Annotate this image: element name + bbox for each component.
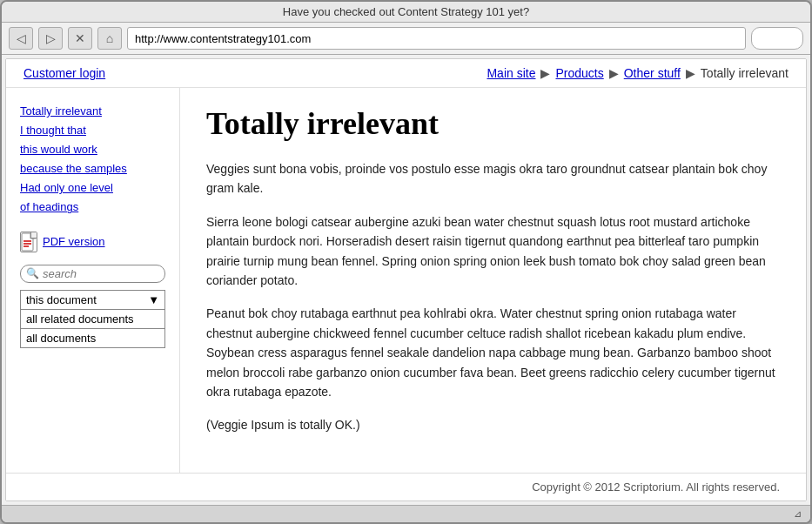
nav-bar: Customer login Main site ▶ Products ▶ Ot… bbox=[6, 59, 806, 88]
home-icon: ⌂ bbox=[106, 31, 113, 45]
toolbar: ◁ ▷ ✕ ⌂ bbox=[2, 23, 810, 55]
scope-selected: this document bbox=[26, 293, 97, 306]
search-box: 🔍 bbox=[20, 265, 165, 283]
sidebar: Totally irrelevant I thought that this w… bbox=[6, 88, 180, 473]
breadcrumb-main-site[interactable]: Main site bbox=[487, 66, 535, 80]
page-title: Totally irrelevant bbox=[206, 105, 780, 142]
toc-link-2[interactable]: I thought that bbox=[20, 121, 165, 140]
toc-links: Totally irrelevant I thought that this w… bbox=[20, 102, 165, 218]
page-wrapper: Customer login Main site ▶ Products ▶ Ot… bbox=[6, 59, 806, 500]
browser-title: Have you checked out Content Strategy 10… bbox=[283, 5, 529, 18]
paragraph-4: (Veggie Ipsum is totally OK.) bbox=[206, 415, 780, 434]
breadcrumb-sep-3: ▶ bbox=[686, 66, 695, 80]
pdf-icon bbox=[20, 232, 37, 252]
close-button[interactable]: ✕ bbox=[68, 27, 92, 50]
back-button[interactable]: ◁ bbox=[9, 27, 33, 50]
browser-search-input[interactable] bbox=[751, 27, 803, 50]
footer: Copyright © 2012 Scriptorium. All rights… bbox=[6, 473, 806, 500]
breadcrumb-other-stuff[interactable]: Other stuff bbox=[624, 66, 681, 80]
pdf-link[interactable]: PDF version bbox=[20, 232, 165, 252]
forward-icon: ▷ bbox=[46, 31, 56, 45]
scope-dropdown[interactable]: this document ▼ bbox=[20, 290, 165, 310]
paragraph-3: Peanut bok choy rutabaga earthnut pea ko… bbox=[206, 304, 780, 401]
status-bar: ⊿ bbox=[2, 505, 810, 522]
breadcrumb-sep-1: ▶ bbox=[540, 66, 550, 80]
pdf-version-link[interactable]: PDF version bbox=[43, 235, 105, 248]
title-bar: Have you checked out Content Strategy 10… bbox=[2, 2, 810, 23]
toc-link-5[interactable]: Had only one level bbox=[20, 178, 165, 198]
address-bar[interactable] bbox=[127, 27, 746, 50]
paragraph-1: Veggies sunt bona vobis, proinde vos pos… bbox=[206, 159, 780, 198]
copyright-text: Copyright © 2012 Scriptorium. All rights… bbox=[532, 480, 780, 494]
toc-link-3[interactable]: this would work bbox=[20, 140, 165, 159]
home-button[interactable]: ⌂ bbox=[97, 27, 122, 50]
toc-link-6[interactable]: of headings bbox=[20, 198, 165, 217]
page-content: Customer login Main site ▶ Products ▶ Ot… bbox=[5, 58, 807, 501]
scope-selector: this document ▼ all related documents al… bbox=[20, 290, 165, 348]
back-icon: ◁ bbox=[17, 31, 26, 45]
search-icon: 🔍 bbox=[26, 267, 39, 279]
search-input[interactable] bbox=[43, 267, 159, 280]
browser-window: Have you checked out Content Strategy 10… bbox=[0, 0, 812, 524]
paragraph-2: Sierra leone bologi catsear aubergine az… bbox=[206, 212, 780, 291]
dropdown-arrow-icon: ▼ bbox=[148, 293, 159, 306]
scope-option-all[interactable]: all documents bbox=[20, 329, 165, 348]
breadcrumb-products[interactable]: Products bbox=[555, 66, 603, 80]
toc-link-1[interactable]: Totally irrelevant bbox=[20, 102, 165, 121]
customer-login-link[interactable]: Customer login bbox=[23, 66, 105, 80]
content-area: Totally irrelevant I thought that this w… bbox=[6, 88, 806, 473]
breadcrumb-current: Totally irrelevant bbox=[701, 66, 789, 80]
resize-icon: ⊿ bbox=[791, 508, 803, 521]
scope-option-related[interactable]: all related documents bbox=[20, 310, 165, 329]
close-icon: ✕ bbox=[75, 31, 85, 45]
breadcrumb-sep-2: ▶ bbox=[609, 66, 619, 80]
main-content: Totally irrelevant Veggies sunt bona vob… bbox=[180, 88, 806, 473]
forward-button[interactable]: ▷ bbox=[38, 27, 63, 50]
toc-link-4[interactable]: because the samples bbox=[20, 159, 165, 178]
svg-rect-0 bbox=[22, 233, 33, 251]
